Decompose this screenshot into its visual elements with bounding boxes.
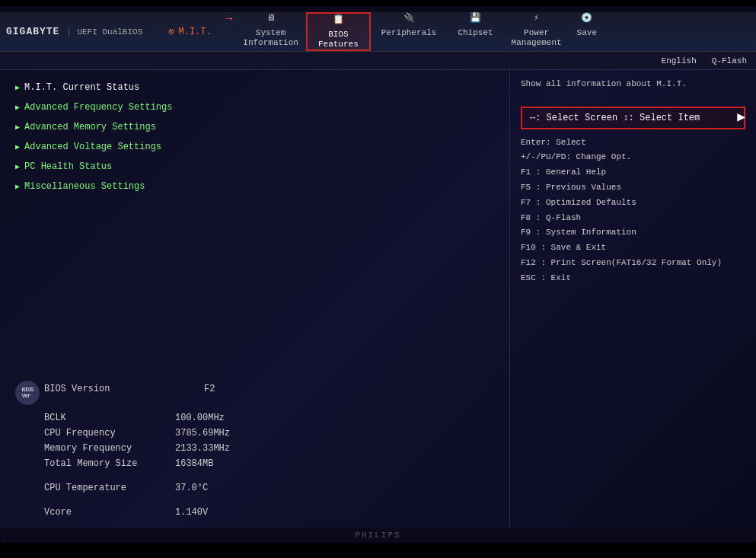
power-icon: ⚡ [534, 12, 539, 24]
cpu-temp-row: CPU Temperature 37.0°C [15, 480, 494, 496]
monitor-label: PHILIPS [355, 531, 400, 540]
tab-system[interactable]: 🖥 SystemInformation [235, 12, 306, 51]
arrow-cursor: ▶ [737, 108, 745, 125]
cpu-temp-label: CPU Temperature [15, 483, 152, 493]
tab-power[interactable]: ⚡ PowerManagement [504, 12, 569, 51]
bclk-value: 100.00MHz [175, 413, 225, 423]
vcore-value: 1.140V [175, 507, 208, 518]
tab-bios-features[interactable]: 📋 BIOSFeatures [306, 12, 371, 51]
bios-icon: 📋 [333, 14, 344, 25]
menu-item-misc[interactable]: ▶ Miscellaneous Settings [0, 177, 509, 196]
tab-chipset[interactable]: 💾 Chipset [447, 12, 503, 51]
tab-mit[interactable]: ⚙ M.I.T. [158, 12, 222, 51]
system-icon: 🖥 [266, 12, 276, 24]
help-key-f7: F7 : Optimized Defaults [521, 196, 745, 211]
uefi-label: UEFI DualBIOS [69, 27, 142, 37]
header-bar: GIGABYTE UEFI DualBIOS ⚙ M.I.T. → 🖥 Syst… [0, 12, 756, 52]
language-label[interactable]: English [662, 56, 697, 65]
help-key-f9: F9 : System Information [521, 225, 745, 241]
left-panel: ▶ M.I.T. Current Status ▶ Advanced Frequ… [0, 70, 510, 528]
select-screen-box: ↔: Select Screen ↕: Select Item [521, 107, 745, 129]
main-content: ▶ M.I.T. Current Status ▶ Advanced Frequ… [0, 70, 756, 528]
item-arrow: ▶ [15, 123, 20, 132]
nav-arrow: → [225, 12, 233, 51]
brand-logo: GIGABYTE [6, 26, 59, 37]
menu-item-adv-freq[interactable]: ▶ Advanced Frequency Settings [0, 97, 509, 117]
help-key-f5: F5 : Previous Values [521, 180, 745, 196]
bios-version-value: F2 [204, 384, 215, 394]
total-mem-label: Total Memory Size [15, 458, 152, 469]
help-keys: Enter: Select +/-/PU/PD: Change Opt. F1 … [521, 136, 745, 286]
vcore-label: Vcore [15, 507, 152, 518]
item-arrow: ▶ [15, 162, 20, 171]
item-arrow: ▶ [15, 83, 20, 92]
qflash-label[interactable]: Q-Flash [712, 56, 747, 65]
item-arrow: ▶ [15, 182, 20, 191]
bios-version-label: BIOS Version [44, 384, 181, 394]
menu-item-pc-health[interactable]: ▶ PC Health Status [0, 157, 509, 177]
mit-icon: ⚙ [168, 26, 174, 37]
right-panel: Show all information about M.I.T. ▶ ↔: S… [510, 70, 756, 528]
menu-item-adv-volt[interactable]: ▶ Advanced Voltage Settings [0, 137, 509, 157]
total-mem-value: 16384MB [175, 458, 213, 469]
help-key-f1: F1 : General Help [521, 165, 745, 180]
total-mem-row: Total Memory Size 16384MB [15, 456, 494, 471]
cpu-freq-value: 3785.69MHz [175, 428, 230, 438]
lang-bar: English Q-Flash [0, 52, 756, 70]
menu-item-mit-current[interactable]: ▶ M.I.T. Current Status [0, 78, 509, 97]
bios-info-section: BIOSVer BIOS Version F2 BCLK 100.00MHz C… [0, 371, 509, 528]
cpu-freq-row: CPU Frequency 3785.69MHz [15, 426, 494, 441]
item-arrow: ▶ [15, 142, 20, 151]
menu-item-adv-mem[interactable]: ▶ Advanced Memory Settings [0, 117, 509, 137]
tab-save[interactable]: 💿 Save [569, 12, 604, 51]
chipset-icon: 💾 [470, 12, 481, 24]
bios-version-badge: BIOSVer [15, 381, 40, 405]
help-key-change: +/-/PU/PD: Change Opt. [521, 150, 745, 165]
peripherals-icon: 🔌 [404, 12, 415, 24]
mem-freq-row: Memory Frequency 2133.33MHz [15, 441, 494, 456]
save-icon: 💿 [581, 12, 592, 24]
help-key-f10: F10 : Save & Exit [521, 241, 745, 256]
mem-freq-label: Memory Frequency [15, 443, 152, 454]
help-key-enter: Enter: Select [521, 136, 745, 151]
tab-peripherals[interactable]: 🔌 Peripherals [371, 12, 448, 51]
item-arrow: ▶ [15, 103, 20, 112]
bclk-label: BCLK [15, 413, 152, 423]
mem-freq-value: 2133.33MHz [175, 443, 230, 454]
hint-text: Show all information about M.I.T. [521, 78, 745, 91]
bios-version-row: BIOSVer BIOS Version F2 [15, 378, 494, 410]
cpu-temp-value: 37.0°C [175, 483, 208, 493]
help-key-f8: F8 : Q-Flash [521, 211, 745, 226]
vcore-row: Vcore 1.140V [15, 505, 494, 520]
help-key-f12: F12 : Print Screen(FAT16/32 Format Only) [521, 256, 745, 271]
help-key-esc: ESC : Exit [521, 271, 745, 286]
bclk-row: BCLK 100.00MHz [15, 410, 494, 426]
nav-tabs: ⚙ M.I.T. → 🖥 SystemInformation 📋 BIOSFea… [158, 12, 750, 51]
cpu-freq-label: CPU Frequency [15, 428, 152, 438]
